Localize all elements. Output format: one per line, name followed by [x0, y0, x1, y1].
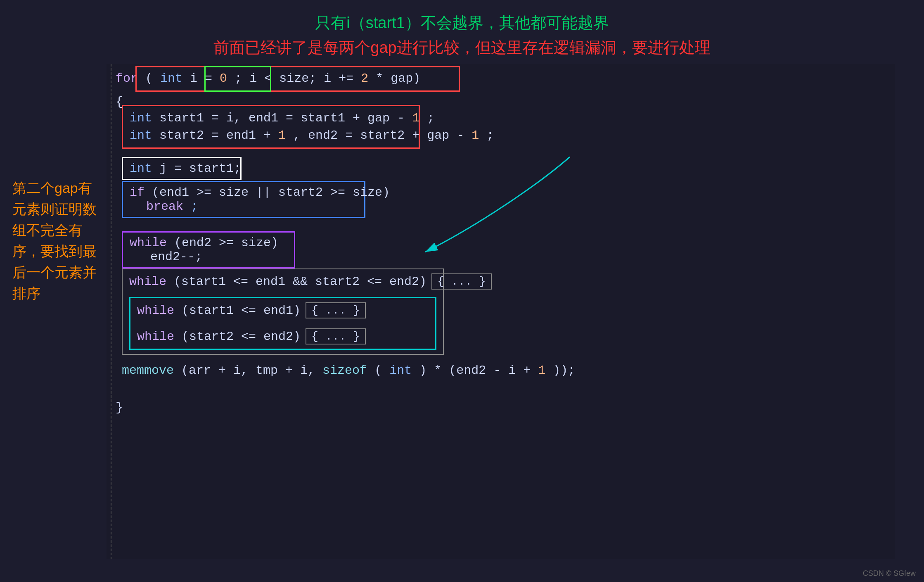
while-main-line: while (start1 <= end1 && start2 <= end2)…	[129, 273, 436, 290]
int-start2-line: int start2 = end1 + 1 , end2 = start2 + …	[130, 128, 412, 143]
while-main-box: while (start1 <= end1 && start2 <= end2)…	[122, 268, 444, 355]
while-s1-line: while (start1 <= end1) { ... }	[137, 302, 429, 318]
while-s1-teal-box: while (start1 <= end1) { ... } while (st…	[129, 297, 436, 350]
break-line: break ;	[146, 200, 358, 214]
start-vars-red-box: int start1 = i, end1 = start1 + gap - 1 …	[122, 105, 420, 149]
top-annotation-red: 前面已经讲了是每两个gap进行比较，但这里存在逻辑漏洞，要进行处理	[0, 37, 924, 58]
while-end2-line: while (end2 >= size)	[130, 236, 287, 250]
watermark: CSDN © SGfew	[863, 569, 916, 578]
int-start1-line: int start1 = i, end1 = start1 + gap - 1 …	[130, 111, 412, 125]
code-left-border	[107, 64, 111, 559]
while-end2-purple-box: while (end2 >= size) end2--;	[122, 231, 295, 268]
close-brace: }	[116, 401, 123, 415]
int-j-line: int j = start1;	[130, 162, 241, 176]
if-line: if (end1 >= size || start2 >= size)	[130, 185, 358, 200]
for-loop-line: for ( int i = 0 ; i < size; i += 2 * gap…	[116, 71, 420, 86]
int-j-white-box: int j = start1;	[122, 157, 242, 180]
int-keyword-1: int	[160, 71, 182, 86]
end2-dec-line: end2--;	[150, 250, 287, 264]
for-keyword: for	[116, 71, 138, 86]
if-condition-blue-box: if (end1 >= size || start2 >= size) brea…	[122, 181, 365, 218]
page-background: 只有i（start1）不会越界，其他都可能越界 前面已经讲了是每两个gap进行比…	[0, 0, 924, 582]
top-annotation-green: 只有i（start1）不会越界，其他都可能越界	[0, 12, 924, 33]
while-s2-line: while (start2 <= end2) { ... }	[137, 328, 429, 344]
left-orange-annotation: 第二个gap有元素则证明数组不完全有序，要找到最后一个元素并排序	[12, 178, 103, 304]
memmove-line: memmove (arr + i, tmp + i, sizeof ( int …	[122, 363, 575, 378]
